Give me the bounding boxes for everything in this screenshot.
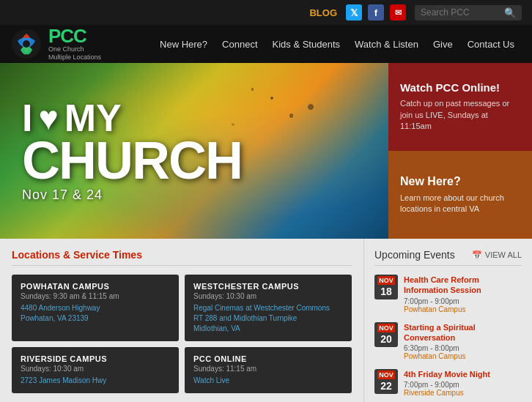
facebook-icon[interactable]: f [368, 4, 384, 21]
event-day: 18 [380, 285, 392, 298]
locations-title: Locations & Service Times [12, 249, 352, 266]
hero-section: I ♥ MY CHURCH Nov 17 & 24 Watch PCC Onli… [0, 63, 532, 239]
campus-name: PCC ONLINE [193, 354, 343, 363]
campus-name: RIVERSIDE CAMPUS [21, 354, 170, 363]
event-info: Health Care Reform Information Session 7… [404, 275, 522, 313]
hero-watch-desc: Catch up on past messages or join us LIV… [400, 98, 520, 132]
logo-icon [10, 28, 43, 60]
campus-name: WESTCHESTER CAMPUS [193, 282, 343, 291]
event-title: Starting a Spiritual Conversation [404, 322, 522, 343]
hero-new-here[interactable]: New Here? Learn more about our church lo… [388, 151, 532, 239]
campus-address[interactable]: Watch Live [193, 376, 343, 386]
campus-times: Sundays: 10:30 am [193, 292, 343, 300]
svg-point-1 [23, 40, 30, 48]
hero-new-desc: Learn more about our church locations in… [400, 193, 520, 215]
hero-new-title: New Here? [400, 175, 520, 188]
locations-panel: Locations & Service Times POWHATAN CAMPU… [0, 239, 363, 402]
campus-riverside: RIVERSIDE CAMPUS Sundays: 10:30 am 2723 … [12, 347, 179, 393]
blog-link[interactable]: BLOG [309, 7, 337, 18]
hero-text: I ♥ MY CHURCH Nov 17 & 24 [22, 99, 366, 203]
event-item[interactable]: NOV 18 Health Care Reform Information Se… [374, 275, 522, 313]
email-icon[interactable]: ✉ [390, 4, 406, 21]
social-icons: 𝕏 f ✉ [346, 4, 406, 21]
campus-times: Sundays: 10:30 am [21, 365, 170, 373]
logo-text: PCC One Church Multiple Locations [48, 26, 101, 62]
search-icon[interactable]: 🔍 [504, 7, 516, 18]
logo-area: PCC One Church Multiple Locations [10, 26, 101, 62]
hero-heart-icon: ♥ [38, 101, 58, 135]
events-title: Upcoming Events [374, 249, 455, 261]
event-month: NOV [377, 324, 395, 332]
campus-grid: POWHATAN CAMPUS Sundays: 9:30 am & 11:15… [12, 275, 352, 393]
event-day: 22 [380, 379, 392, 392]
nav-new-here[interactable]: New Here? [152, 39, 215, 50]
event-time: 6:30pm - 8:00pm [404, 344, 522, 352]
campus-address: 4480 Anderson HighwayPowhatan, VA 23139 [21, 303, 170, 324]
campus-times: Sundays: 9:30 am & 11:15 am [21, 292, 170, 300]
event-date-badge: NOV 18 [374, 275, 398, 299]
nav-connect[interactable]: Connect [215, 39, 265, 50]
campus-pcc-online: PCC ONLINE Sundays: 11:15 am Watch Live [185, 347, 352, 393]
hero-watch-online[interactable]: Watch PCC Online! Catch up on past messa… [388, 63, 532, 151]
campus-powhatan: POWHATAN CAMPUS Sundays: 9:30 am & 11:15… [12, 275, 179, 341]
event-location: Powhatan Campus [404, 352, 522, 360]
event-title: 4th Friday Movie Night [404, 369, 490, 379]
twitter-icon[interactable]: 𝕏 [346, 4, 362, 21]
campus-westchester: WESTCHESTER CAMPUS Sundays: 10:30 am Reg… [185, 275, 352, 341]
event-location: Riverside Campus [404, 389, 490, 397]
view-all-label: VIEW ALL [485, 250, 522, 259]
main-nav: PCC One Church Multiple Locations New He… [0, 25, 532, 63]
hero-main: I ♥ MY CHURCH Nov 17 & 24 [0, 63, 388, 239]
nav-contact-us[interactable]: Contact Us [460, 39, 522, 50]
hero-dates: Nov 17 & 24 [22, 187, 366, 203]
search-input[interactable] [421, 7, 501, 18]
top-bar: BLOG 𝕏 f ✉ 🔍 [0, 0, 532, 25]
event-date-badge: NOV 20 [374, 322, 398, 347]
nav-watch-listen[interactable]: Watch & Listen [347, 39, 426, 50]
event-day: 20 [380, 332, 392, 346]
campus-address: 2723 James Madison Hwy [21, 376, 170, 386]
calendar-icon: 📅 [472, 250, 482, 260]
search-box: 🔍 [415, 5, 522, 21]
hero-side: Watch PCC Online! Catch up on past messa… [388, 63, 532, 239]
event-item[interactable]: NOV 20 Starting a Spiritual Conversation… [374, 322, 522, 361]
event-location: Powhatan Campus [404, 305, 522, 313]
events-header: Upcoming Events 📅 VIEW ALL [374, 249, 522, 266]
nav-give[interactable]: Give [426, 39, 460, 50]
nav-kids-students[interactable]: Kids & Students [265, 39, 348, 50]
logo-pcc: PCC [48, 26, 101, 45]
hero-watch-title: Watch PCC Online! [400, 81, 520, 94]
lower-section: Locations & Service Times POWHATAN CAMPU… [0, 239, 532, 402]
events-panel: Upcoming Events 📅 VIEW ALL NOV 18 Health… [363, 239, 532, 402]
nav-links: New Here? Connect Kids & Students Watch … [152, 39, 522, 50]
event-time: 7:00pm - 9:00pm [404, 297, 522, 305]
event-item[interactable]: NOV 22 4th Friday Movie Night 7:00pm - 9… [374, 369, 522, 397]
campus-times: Sundays: 11:15 am [193, 365, 343, 373]
event-info: 4th Friday Movie Night 7:00pm - 9:00pm R… [404, 369, 490, 397]
event-title: Health Care Reform Information Session [404, 275, 522, 296]
event-info: Starting a Spiritual Conversation 6:30pm… [404, 322, 522, 361]
event-month: NOV [377, 276, 395, 285]
event-month: NOV [377, 371, 395, 379]
event-date-badge: NOV 22 [374, 369, 398, 394]
view-all-link[interactable]: 📅 VIEW ALL [472, 250, 522, 260]
campus-address: Regal Cinemas at Westchester CommonsRT 2… [193, 303, 343, 334]
hero-church: CHURCH [22, 137, 366, 185]
event-time: 7:00pm - 9:00pm [404, 381, 490, 389]
logo-subtitle: One Church Multiple Locations [48, 45, 101, 62]
campus-name: POWHATAN CAMPUS [21, 282, 170, 291]
